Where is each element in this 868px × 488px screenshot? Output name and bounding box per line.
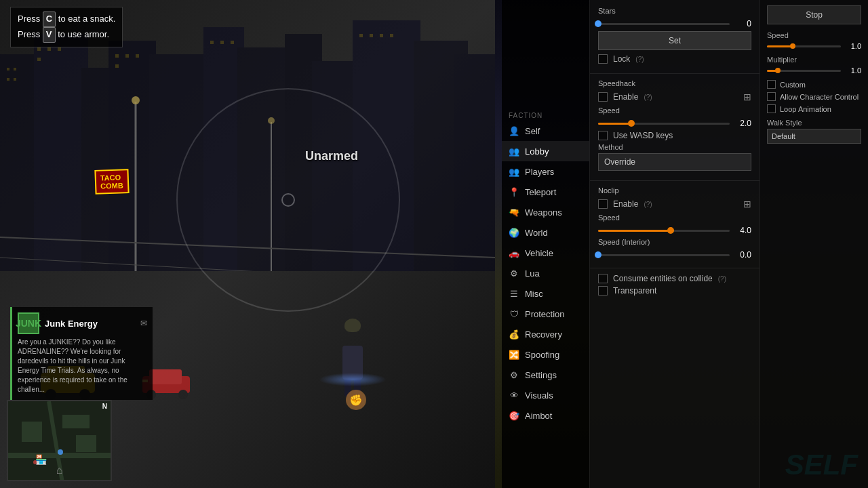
right-allow-char-checkbox[interactable]	[767, 92, 776, 101]
wasd-checkbox[interactable]	[598, 131, 608, 140]
noclip-enable-row: Enable (?) ⊞	[598, 199, 751, 209]
sidebar-spoofing-label: Spoofing	[525, 350, 559, 360]
character-aura	[319, 373, 387, 386]
sidebar-item-teleport[interactable]: 📍 Teleport	[502, 182, 589, 202]
noclip-speed-interior-value: 0.0	[735, 250, 751, 260]
right-allow-char-row: Allow Character Control	[767, 92, 861, 101]
sidebar-item-aimbot[interactable]: 🎯 Aimbot	[502, 405, 589, 426]
svg-rect-24	[210, 41, 214, 44]
hint2-suffix: to use armor.	[56, 29, 109, 39]
right-loop-anim-checkbox[interactable]	[767, 104, 776, 113]
transparent-checkbox[interactable]	[598, 286, 608, 296]
taco-sign: TACOCOMB	[94, 169, 129, 195]
sidebar-item-recovery[interactable]: 💰 Recovery	[502, 324, 589, 344]
speedhack-speed-label: Speed	[598, 106, 751, 115]
sidebar-item-self[interactable]: 👤 Self	[502, 121, 589, 141]
speedhack-enable-checkbox[interactable]	[598, 92, 608, 102]
sidebar-item-spoofing[interactable]: 🔀 Spoofing	[502, 344, 589, 365]
consume-label: Consume entities on collide	[613, 274, 713, 283]
svg-rect-51	[62, 415, 90, 428]
svg-rect-43	[149, 369, 182, 384]
hint-line-2: Press V to use armor.	[18, 27, 115, 43]
right-custom-checkbox[interactable]	[767, 80, 776, 89]
consume-section: Consume entities on collide (?) Transpar…	[590, 268, 760, 304]
consume-row: Consume entities on collide (?)	[598, 274, 751, 283]
notification-panel: JUNK Junk Energy ✉ Are you a JUNKIE?? Do…	[10, 307, 153, 400]
right-multiplier-slider-track[interactable]	[767, 70, 841, 72]
noclip-speed-slider-track[interactable]	[598, 230, 730, 232]
method-dropdown[interactable]: Override	[598, 153, 751, 171]
consume-checkbox[interactable]	[598, 274, 608, 283]
svg-rect-28	[370, 34, 373, 37]
svg-rect-15	[14, 78, 16, 81]
svg-rect-29	[380, 34, 383, 37]
sidebar-item-misc[interactable]: ☰ Misc	[502, 283, 589, 304]
noclip-speed-label: Speed	[598, 214, 751, 222]
sidebar-lobby-label: Lobby	[525, 146, 549, 157]
sidebar-lua-label: Lua	[525, 268, 540, 279]
teleport-icon: 📍	[509, 186, 519, 197]
sidebar-section-label: Faction	[502, 109, 549, 121]
hint2-prefix: Press	[18, 29, 43, 39]
hint1-key: C	[43, 12, 56, 27]
set-button[interactable]: Set	[598, 31, 751, 50]
speedhack-speed-slider-track[interactable]	[598, 123, 730, 125]
noclip-enable-label: Enable	[613, 199, 638, 209]
targeting-circle	[176, 88, 400, 312]
lock-row: Lock (?)	[598, 54, 751, 64]
transparent-label: Transparent	[613, 286, 656, 296]
sidebar-weapons-label: Weapons	[525, 207, 562, 218]
svg-rect-26	[231, 41, 234, 44]
right-custom-row: Custom	[767, 80, 861, 89]
sidebar-item-weapons[interactable]: 🔫 Weapons	[502, 202, 589, 222]
svg-rect-17	[47, 47, 51, 51]
sidebar-item-vehicle[interactable]: 🚗 Vehicle	[502, 243, 589, 263]
noclip-expand-icon[interactable]: ⊞	[743, 199, 751, 209]
right-speed-value: 1.0	[845, 42, 861, 50]
sidebar-item-lua[interactable]: ⚙ Lua	[502, 263, 589, 283]
notification-header: JUNK Junk Energy ✉	[18, 312, 147, 334]
svg-rect-20	[115, 54, 119, 58]
lobby-icon: 👥	[509, 146, 519, 157]
hint-line-1: Press C to eat a snack.	[18, 12, 115, 27]
hint1-suffix: to eat a snack.	[56, 14, 115, 24]
svg-point-32	[132, 96, 140, 104]
noclip-enable-checkbox[interactable]	[598, 199, 608, 209]
sidebar-item-players[interactable]: 👥 Players	[502, 161, 589, 182]
sidebar-vehicle-label: Vehicle	[525, 248, 553, 258]
sidebar-visuals-label: Visuals	[525, 390, 553, 401]
lock-label: Lock	[613, 54, 630, 64]
walk-style-dropdown[interactable]: Default	[767, 129, 861, 144]
svg-rect-3	[108, 41, 156, 271]
right-allow-char-label: Allow Character Control	[780, 93, 859, 101]
stars-slider-row: 0	[598, 19, 751, 28]
svg-rect-21	[125, 54, 129, 58]
noclip-speed-slider-fill	[598, 230, 671, 232]
email-icon: ✉	[140, 319, 147, 328]
brand-icon: JUNK	[18, 312, 39, 334]
stop-button[interactable]: Stop	[767, 5, 861, 24]
noclip-title: Noclip	[598, 186, 751, 195]
minimap-home-icon: ⌂	[56, 464, 63, 476]
right-multiplier-label: Multiplier	[767, 56, 861, 64]
aimbot-icon: 🎯	[509, 410, 519, 421]
sidebar-item-lobby[interactable]: 👥 Lobby	[502, 141, 589, 161]
sidebar-world-label: World	[525, 228, 548, 238]
noclip-speed-interior-slider-track[interactable]	[598, 254, 730, 256]
sidebar-item-visuals[interactable]: 👁 Visuals	[502, 385, 589, 405]
sidebar-item-settings[interactable]: ⚙ Settings	[502, 365, 589, 385]
svg-rect-12	[7, 68, 9, 70]
svg-point-45	[178, 390, 188, 399]
stars-value: 0	[735, 19, 751, 28]
lock-checkbox[interactable]	[598, 54, 608, 64]
right-speed-slider-track[interactable]	[767, 45, 841, 47]
speedhack-enable-label: Enable	[613, 92, 638, 102]
speedhack-expand-icon[interactable]: ⊞	[743, 92, 751, 102]
visuals-icon: 👁	[509, 390, 519, 401]
vehicle-icon: 🚗	[509, 247, 519, 258]
sidebar-item-protection[interactable]: 🛡 Protection	[502, 304, 589, 324]
targeting-reticle	[281, 193, 295, 207]
stars-slider-track[interactable]	[598, 23, 730, 25]
sidebar-item-world[interactable]: 🌍 World	[502, 222, 589, 243]
recovery-icon: 💰	[509, 329, 519, 340]
